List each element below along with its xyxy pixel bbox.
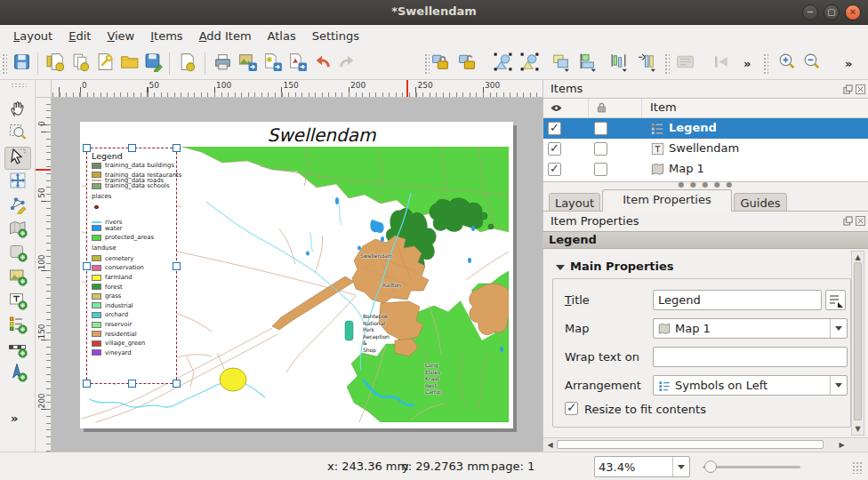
menu-view[interactable]: View: [99, 27, 142, 45]
toolbar-overflow-button[interactable]: »: [845, 57, 852, 70]
add-3d-map-button[interactable]: [4, 243, 31, 266]
visibility-checkbox[interactable]: [548, 122, 561, 135]
export-as-pdf-button[interactable]: [285, 51, 310, 76]
tab-layout[interactable]: Layout: [549, 193, 600, 212]
duplicate-layout-button[interactable]: [68, 51, 93, 76]
save-as-template-button[interactable]: [141, 51, 166, 76]
add-map-button[interactable]: [4, 219, 31, 242]
maximize-button[interactable]: ▢: [824, 4, 840, 20]
legend-item[interactable]: Legend training_data buildingstraining_d…: [86, 148, 177, 384]
layout-page[interactable]: Swellendam: [80, 122, 513, 428]
menu-settings[interactable]: Settings: [304, 27, 367, 45]
close-button[interactable]: ✕: [845, 4, 861, 20]
selection-handle[interactable]: [128, 144, 136, 152]
menu-add-item[interactable]: Add Item: [191, 27, 260, 45]
raise-selected-items-button[interactable]: [548, 51, 574, 76]
items-panel-close-button[interactable]: [855, 84, 865, 94]
resize-items-button[interactable]: [634, 51, 660, 76]
arrangement-dropdown[interactable]: Symbols on Left: [653, 375, 848, 396]
zoom-level-combobox[interactable]: 43.4%: [594, 456, 690, 477]
layout-manager-button[interactable]: [92, 51, 118, 76]
vertical-scrollbar[interactable]: ▲ ▼: [851, 251, 864, 436]
main-properties-section-header[interactable]: Main Properties: [556, 260, 674, 273]
horizontal-scrollbar[interactable]: ◀ ▶: [543, 437, 851, 451]
wrap-text-input[interactable]: [653, 347, 848, 367]
selection-handle[interactable]: [173, 262, 181, 270]
legend-title-input[interactable]: [653, 290, 822, 310]
selection-handle[interactable]: [83, 262, 91, 270]
selection-handle[interactable]: [173, 380, 181, 388]
toolbox-overflow-button[interactable]: »: [11, 409, 18, 426]
toolbar-drag-handle[interactable]: [2, 53, 7, 74]
pan-layout-button[interactable]: [4, 99, 31, 122]
scroll-down-arrow[interactable]: ▼: [853, 425, 863, 433]
selection-handle[interactable]: [83, 144, 91, 152]
item-properties-float-button[interactable]: [842, 215, 853, 226]
menu-layout[interactable]: Layout: [5, 27, 60, 45]
move-item-content-button[interactable]: [4, 171, 31, 194]
export-as-image-button[interactable]: [235, 51, 261, 76]
add-label-button[interactable]: [4, 291, 31, 314]
lock-checkbox[interactable]: [594, 142, 607, 156]
add-scale-bar-button[interactable]: [4, 339, 31, 362]
map-select-dropdown[interactable]: Map 1: [653, 318, 848, 339]
visibility-checkbox[interactable]: [548, 163, 561, 176]
scroll-right-arrow[interactable]: ▶: [837, 441, 847, 449]
select-move-item-button[interactable]: [4, 147, 31, 170]
lock-selected-items-button[interactable]: [428, 51, 454, 76]
add-items-from-template-button[interactable]: [174, 51, 200, 76]
save-layout-button[interactable]: [9, 51, 35, 76]
unlock-all-items-button[interactable]: [454, 51, 480, 76]
minimize-button[interactable]: ─: [802, 4, 818, 20]
page-title-label[interactable]: Swellendam: [105, 124, 538, 146]
align-selected-items-button[interactable]: [575, 51, 600, 76]
zoom-tool-button[interactable]: [4, 123, 31, 146]
items-row-legend[interactable]: Legend: [543, 118, 868, 139]
selection-handle[interactable]: [83, 380, 91, 388]
item-properties-close-button[interactable]: [855, 215, 865, 226]
items-row-map-1[interactable]: Map 1: [543, 159, 868, 180]
toolbar-drag-handle[interactable]: [664, 53, 670, 74]
visibility-checkbox[interactable]: [548, 142, 561, 156]
add-picture-button[interactable]: [4, 267, 31, 290]
menu-items[interactable]: Items: [142, 27, 190, 45]
toolbar-drag-handle[interactable]: [763, 53, 768, 74]
selection-handle[interactable]: [173, 144, 181, 152]
open-layout-button[interactable]: [117, 51, 142, 76]
window-resize-grip[interactable]: [852, 461, 863, 474]
group-items-button[interactable]: [490, 51, 516, 76]
menu-edit[interactable]: Edit: [60, 27, 99, 45]
scrollbar-thumb[interactable]: [557, 440, 824, 449]
export-as-svg-button[interactable]: [260, 51, 285, 76]
resize-to-fit-checkbox[interactable]: [565, 402, 578, 415]
zoom-in-button[interactable]: [774, 51, 800, 76]
edit-nodes-item-button[interactable]: [4, 195, 31, 218]
data-defined-override-button[interactable]: [825, 290, 846, 310]
window-titlebar[interactable]: *Swellendam ─ ▢ ✕: [0, 0, 868, 25]
menu-atlas[interactable]: Atlas: [260, 27, 304, 45]
ungroup-items-button[interactable]: [517, 51, 542, 76]
panel-splitter[interactable]: ● ● ● ● ●: [543, 182, 868, 189]
zoom-slider-handle[interactable]: [704, 460, 717, 473]
new-layout-button[interactable]: [43, 51, 68, 76]
items-panel-float-button[interactable]: [842, 84, 853, 94]
print-layout-button[interactable]: [210, 51, 236, 76]
tab-item-properties[interactable]: Item Properties: [602, 189, 732, 212]
undo-button[interactable]: [309, 51, 335, 76]
toolbar-overflow-button[interactable]: »: [743, 57, 751, 70]
scroll-up-arrow[interactable]: ▲: [853, 253, 863, 261]
selection-handle[interactable]: [128, 380, 136, 388]
toolbar-drag-handle[interactable]: [11, 83, 27, 88]
add-legend-button[interactable]: [4, 315, 31, 338]
scrollbar-thumb[interactable]: [854, 262, 862, 420]
add-north-arrow-button[interactable]: [4, 363, 31, 386]
distribute-items-button[interactable]: [606, 51, 631, 76]
layout-canvas[interactable]: Swellendam: [52, 98, 542, 452]
zoom-out-button[interactable]: [799, 51, 824, 76]
scroll-left-arrow[interactable]: ◀: [545, 441, 555, 449]
lock-checkbox[interactable]: [594, 163, 607, 176]
items-row-swellendam[interactable]: Swellendam: [543, 139, 868, 159]
lock-checkbox[interactable]: [594, 122, 607, 135]
tab-guides[interactable]: Guides: [734, 193, 787, 212]
zoom-slider-track[interactable]: [703, 466, 800, 468]
